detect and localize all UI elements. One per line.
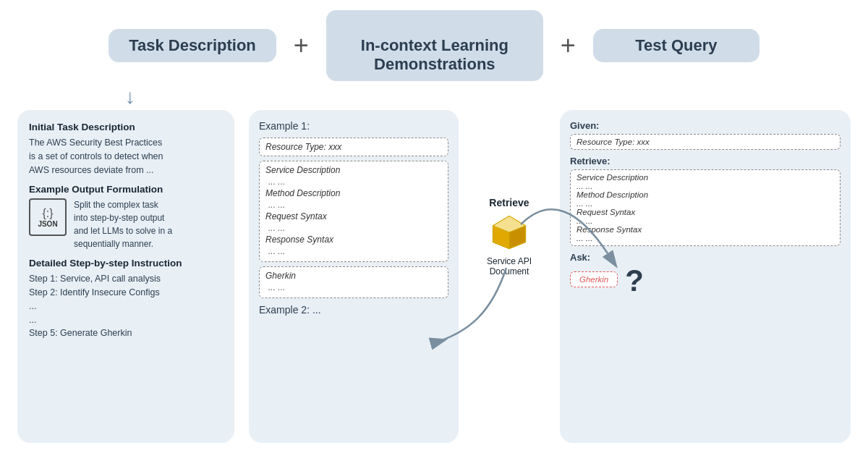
section3-title: Detailed Step-by-step Instruction bbox=[29, 258, 223, 269]
given-section: Given: Resource Type: xxx bbox=[570, 120, 841, 150]
json-label: JSON bbox=[38, 220, 57, 228]
service-api-label: Service API Document bbox=[487, 256, 532, 276]
gherkin-ask-box: Gherkin bbox=[570, 271, 618, 287]
service-description-box: Service Description ... ... Method Descr… bbox=[259, 161, 448, 262]
step-5: Step 5: Generate Gherkin bbox=[29, 326, 223, 340]
step-3: ... bbox=[29, 300, 223, 313]
step-4: ... bbox=[29, 313, 223, 327]
section2-title: Example Output Formulation bbox=[29, 184, 223, 195]
header-col1: Task Description bbox=[109, 29, 276, 62]
left-panel: Initial Task Description The AWS Securit… bbox=[17, 110, 234, 443]
response-syntax-text: Response Syntax bbox=[265, 235, 442, 245]
step-1: Step 1: Service, API call analysis bbox=[29, 272, 223, 286]
retrieve-title: Retrieve: bbox=[570, 156, 841, 166]
retrieve-section: Retrieve: Service Description ... ... Me… bbox=[570, 156, 841, 246]
method-desc-text: Method Description bbox=[265, 188, 442, 198]
example2-label: Example 2: ... bbox=[259, 304, 448, 316]
right-resource-type-box: Resource Type: xxx bbox=[570, 134, 841, 150]
ask-row: Gherkin ? bbox=[570, 266, 841, 296]
resource-type-text: Resource Type: xxx bbox=[265, 142, 341, 152]
right-method-desc: Method Description bbox=[576, 190, 834, 199]
right-response-syntax: Response Syntax bbox=[576, 225, 834, 234]
right-dots3: ... ... bbox=[576, 216, 834, 225]
right-retrieve-box: Service Description ... ... Method Descr… bbox=[570, 169, 841, 246]
example1-label: Example 1: bbox=[259, 120, 448, 132]
request-syntax-text: Request Syntax bbox=[265, 211, 442, 221]
header-col1-label: Task Description bbox=[129, 36, 256, 54]
service-desc-text: Service Description bbox=[265, 165, 442, 175]
down-arrow-row: ↓ bbox=[0, 85, 868, 109]
header-col3-label: Test Query bbox=[635, 36, 717, 54]
plus-icon-2: + bbox=[561, 33, 576, 59]
retrieve-label: Retrieve bbox=[489, 197, 529, 208]
ask-title: Ask: bbox=[570, 252, 841, 263]
dots1-text: ... ... bbox=[265, 175, 442, 188]
header-col2-label: In-context Learning Demonstrations bbox=[361, 36, 509, 73]
section1-text: The AWS Security Best Practices is a set… bbox=[29, 136, 223, 177]
section1-title: Initial Task Description bbox=[29, 122, 223, 132]
main-content-row: Initial Task Description The AWS Securit… bbox=[0, 109, 868, 456]
dots5-text: ... ... bbox=[265, 281, 442, 294]
cube-icon bbox=[490, 213, 529, 252]
step-2: Step 2: Identify Insecure Configs bbox=[29, 286, 223, 300]
header-row: Task Description + In-context Learning D… bbox=[0, 0, 868, 85]
right-resource-type-text: Resource Type: xxx bbox=[576, 138, 650, 146]
ask-section: Ask: Gherkin ? bbox=[570, 252, 841, 296]
steps-text: Step 1: Service, API call analysis Step … bbox=[29, 272, 223, 340]
dots2-text: ... ... bbox=[265, 198, 442, 211]
section2-text: Split the complex task into step-by-step… bbox=[74, 198, 172, 250]
down-arrow-icon: ↓ bbox=[58, 85, 203, 109]
resource-type-box: Resource Type: xxx bbox=[259, 138, 448, 156]
right-request-syntax: Request Syntax bbox=[576, 208, 834, 216]
dots3-text: ... ... bbox=[265, 221, 442, 235]
header-col2: In-context Learning Demonstrations bbox=[326, 10, 543, 81]
gherkin-box: Gherkin ... ... bbox=[259, 266, 448, 298]
header-col3: Test Query bbox=[593, 29, 760, 62]
gherkin-ask-text: Gherkin bbox=[579, 275, 608, 284]
json-brace: {:} bbox=[42, 207, 53, 220]
right-dots4: ... ... bbox=[576, 234, 834, 242]
right-dots1: ... ... bbox=[576, 182, 834, 190]
right-panel: Given: Resource Type: xxx Retrieve: Serv… bbox=[560, 110, 851, 443]
retrieve-area: Retrieve Service API Document bbox=[473, 110, 545, 276]
gherkin-text: Gherkin bbox=[265, 271, 442, 281]
right-dots2: ... ... bbox=[576, 199, 834, 208]
given-title: Given: bbox=[570, 120, 841, 131]
plus-icon-1: + bbox=[294, 33, 309, 59]
json-icon: {:} JSON bbox=[29, 198, 67, 236]
question-mark: ? bbox=[625, 266, 644, 296]
middle-panel: Example 1: Resource Type: xxx Service De… bbox=[249, 110, 459, 443]
json-row: {:} JSON Split the complex task into ste… bbox=[29, 198, 223, 250]
right-service-desc: Service Description bbox=[576, 173, 834, 182]
dots4-text: ... ... bbox=[265, 245, 442, 258]
